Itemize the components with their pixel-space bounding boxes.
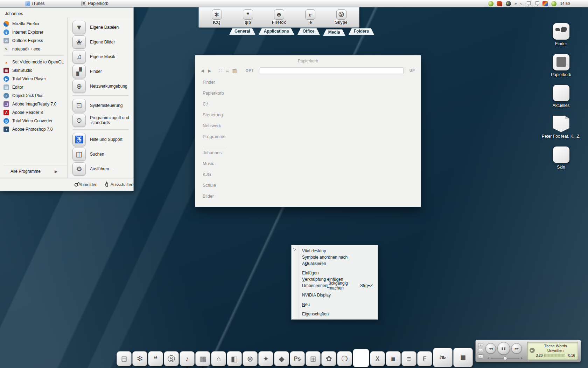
dock-film-icon[interactable]: ▦▲ [195, 351, 210, 366]
launcher-item[interactable]: ✻ICQ [203, 9, 230, 25]
dock-headphones-icon[interactable]: ∩ [211, 351, 226, 366]
tab-media[interactable]: Media [323, 29, 345, 36]
sidebar-item[interactable]: Netzwerk [203, 123, 421, 134]
volume-slider[interactable] [486, 357, 524, 359]
dock-x11-icon[interactable]: X [370, 351, 385, 366]
desktop-icon[interactable]: Peter Fox feat. K.I.Z. [552, 116, 570, 139]
start-menu-item[interactable]: ⊜Programmzugriff und -standards [72, 113, 131, 127]
options-button[interactable]: OPT [246, 69, 254, 73]
dock-player-icon[interactable]: ◆ [274, 351, 289, 366]
dock-compass-icon[interactable]: ✦ [258, 351, 273, 366]
start-menu-item[interactable]: ❀Eigene Bilder [72, 35, 131, 49]
icon-view-icon[interactable]: ∷ [219, 68, 222, 74]
desktop-icon[interactable]: Papierkorb [552, 54, 570, 77]
sidebar-item[interactable]: C:\ [203, 102, 421, 113]
pause-button[interactable]: ▮▮ [497, 342, 510, 355]
sphere-icon[interactable] [506, 1, 511, 6]
windows-icon[interactable] [534, 1, 539, 6]
windows-icon[interactable] [525, 1, 530, 6]
dock-photoshop-icon[interactable]: Ps [290, 351, 305, 366]
start-menu-item[interactable]: ▲Set Video mode to OpenGL [4, 58, 67, 66]
dock-icq-icon[interactable]: ✻ [132, 351, 147, 366]
start-menu-item[interactable]: ⚙Ausführen... [72, 162, 131, 176]
dock-palette-icon[interactable]: ✿ [321, 351, 336, 366]
desktop[interactable]: ♪iTunesPapierkorb »‹ 14:50 Johannes Mozi… [0, 0, 588, 368]
chevron-right-icon[interactable]: » [514, 1, 517, 6]
launcher-item[interactable]: eie [297, 9, 323, 25]
start-menu-item[interactable]: ▶Total Video Player [4, 75, 67, 83]
logoff-button[interactable]: Abmelden [78, 182, 97, 187]
start-menu-item[interactable]: AAdobe Reader 8 [4, 108, 67, 117]
taskbar-item[interactable]: ♪iTunes [25, 1, 45, 6]
tab-general[interactable]: General [229, 28, 255, 35]
colors-icon[interactable] [542, 1, 548, 6]
forward-button[interactable]: ▶ [208, 68, 211, 73]
sidebar-item[interactable]: Music [203, 161, 421, 172]
sidebar-item[interactable]: KJG [203, 172, 421, 183]
start-menu-item[interactable]: ◫Suchen [72, 147, 131, 161]
launcher-item[interactable]: ❝qip [234, 9, 261, 25]
start-menu-item[interactable]: ♫Eigene Musik [72, 50, 131, 64]
sidebar-item[interactable]: Johannes [203, 150, 421, 161]
context-menu-item[interactable]: Eigenschaften [292, 311, 378, 317]
sidebar-item[interactable]: Bilder [203, 194, 421, 205]
start-menu-item[interactable]: ⊡Systemsteuerung [72, 98, 131, 113]
dock-computer-icon[interactable]: ⊟ [117, 351, 132, 366]
shutdown-button[interactable]: Ausschalten [111, 182, 133, 187]
start-menu-item[interactable]: ❏Adobe ImageReady 7.0 [4, 100, 67, 108]
maximize-button[interactable]: □ [478, 349, 483, 353]
dock-f-app-icon[interactable]: F [417, 351, 432, 366]
start-menu-item[interactable]: ◐ObjectDock Plus [4, 91, 67, 100]
start-menu-item[interactable]: ♿Hilfe und Support [72, 132, 131, 146]
start-menu-item[interactable]: ◑Adobe Photoshop 7.0 [4, 125, 67, 134]
volume-track[interactable] [491, 358, 519, 359]
sidebar-item[interactable]: Schule [203, 183, 421, 194]
start-menu-item[interactable]: ⊕Netzwerkumgebung [72, 79, 131, 93]
dock-qip-icon[interactable]: ❝ [148, 351, 163, 366]
desktop-icon[interactable]: Finder [552, 23, 570, 46]
address-bar[interactable] [260, 67, 404, 74]
up-button[interactable]: UP [410, 69, 415, 73]
dock-blocks-icon[interactable]: ⊞ [306, 351, 321, 366]
dragon-icon[interactable] [497, 1, 502, 6]
dock-trash-dock-icon[interactable]: ■ [453, 348, 473, 367]
dock-contacts-icon[interactable]: ≡ [401, 351, 416, 366]
volume-knob[interactable] [503, 356, 507, 360]
finder-window[interactable]: Papierkorb ◀ ▶ ∷≡▥ OPT UP FinderPapierko… [195, 55, 421, 207]
all-programs-button[interactable]: Alle Programme▶ [4, 165, 67, 178]
launcher-item[interactable]: ⊛Firefox [266, 9, 292, 25]
sidebar-item[interactable]: Steuerung [203, 113, 421, 123]
dock-firefox-icon[interactable]: ⊛ [243, 351, 258, 366]
dock-clapper-icon[interactable]: ◧ [227, 351, 242, 366]
sidebar-item[interactable]: Programme [203, 134, 421, 145]
back-button[interactable]: ◀ [201, 68, 204, 73]
start-menu-item[interactable]: ▦SkinStudio [4, 66, 67, 75]
start-menu-item[interactable]: ▞Finder [72, 64, 131, 79]
context-menu-item[interactable]: Umbenennen rückgängig machenStrg+Z [292, 282, 378, 289]
desktop-icon[interactable]: Aktuelles [552, 85, 570, 108]
start-menu-item[interactable]: ✉Outlook Express [4, 36, 67, 45]
tab-applications[interactable]: Applications [259, 28, 294, 35]
start-menu-item[interactable]: Mozilla Firefox [4, 20, 67, 28]
next-track-button[interactable]: ▶▶ [511, 343, 522, 354]
dock-blank-icon[interactable] [353, 349, 369, 367]
dock-ink-icon[interactable]: ❧ [433, 348, 453, 367]
close-button[interactable]: × [478, 343, 483, 347]
previous-track-button[interactable]: ◀◀ [485, 343, 496, 354]
context-menu-item[interactable]: Einfügen [292, 270, 378, 276]
dock-square-icon[interactable]: ■ [386, 351, 401, 366]
sidebar-item[interactable]: Papierkorb [203, 91, 421, 102]
start-menu-item[interactable]: ▤Editor [4, 83, 67, 91]
start-menu-item[interactable]: ◎Total Video Converter [4, 117, 67, 125]
dock-itunes-icon[interactable]: ♪▲ [180, 351, 195, 366]
context-menu-item[interactable]: Symbole anordnen nach [292, 254, 378, 260]
swirl-icon[interactable] [488, 1, 493, 6]
minimize-button[interactable]: − [478, 354, 483, 359]
swirl-icon[interactable] [551, 1, 556, 6]
launcher-item[interactable]: ⓈSkype [328, 9, 355, 25]
mini-media-player[interactable]: ×□− ◀◀ ▮▮ ▶▶ ▶ These Words Unwritten 3:2… [475, 340, 581, 362]
start-menu-item[interactable]: eInternet Explorer [4, 28, 67, 36]
dock-alien-icon[interactable]: ❍ [337, 351, 352, 366]
start-menu-item[interactable]: ▼Eigene Dateien [72, 20, 131, 34]
desktop-icon[interactable]: Skin [552, 146, 570, 170]
